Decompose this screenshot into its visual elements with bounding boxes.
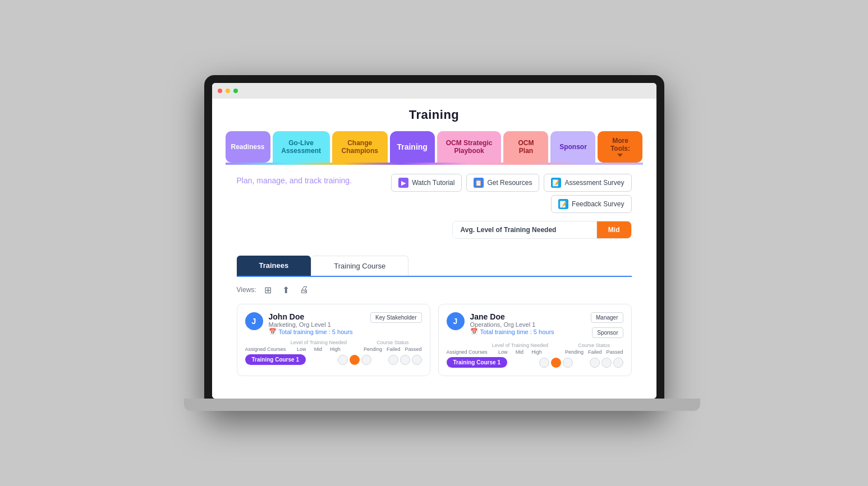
nav-tabs-row: Readiness Go-Live Assessment Change Cham… (226, 131, 643, 163)
main-section: Plan, manage, and track training. ▶ Watc… (226, 165, 643, 385)
bottom-action-row: 📝 Feedback Survey (551, 195, 631, 213)
level-mid-jane: Mid (516, 349, 524, 355)
tab-training[interactable]: Training (390, 131, 435, 163)
print-icon[interactable]: 🖨 (298, 284, 310, 296)
subtitle-row: Plan, manage, and track training. ▶ Watc… (237, 174, 632, 213)
user-dept-john: Marketing, Org Level 1 (269, 321, 353, 328)
trainee-card-john-doe: J John Doe Marketing, Org Level 1 📅 Tota… (237, 304, 430, 376)
watch-tutorial-button[interactable]: ▶ Watch Tutorial (391, 174, 462, 192)
user-time-jane: 📅 Total training time : 5 hours (470, 328, 554, 335)
dot-mid-john (350, 355, 360, 365)
action-buttons: ▶ Watch Tutorial 📋 Get Resources 📝 Asses (391, 174, 631, 213)
avatar-jane: J (447, 312, 465, 330)
tab-training-course[interactable]: Training Course (311, 256, 408, 276)
level-mid-john: Mid (314, 346, 323, 352)
badge-sponsor: Sponsor (592, 327, 623, 338)
assigned-courses-label-jane: Assigned Courses (447, 349, 488, 355)
status-pending-john: Pending (364, 346, 382, 352)
badge-manager: Manager (591, 312, 623, 323)
level-high-jane: High (531, 349, 542, 355)
dot-high-jane (563, 358, 573, 368)
cards-row: J John Doe Marketing, Org Level 1 📅 Tota… (237, 304, 632, 376)
status-passed-john: Passed (405, 346, 421, 352)
dot-passed-john (412, 355, 422, 365)
page-content: Training Readiness Go-Live Assessment Ch… (212, 99, 656, 399)
tab-change[interactable]: Change Champions (332, 131, 388, 163)
tab-ocm-plan[interactable]: OCM Plan (503, 131, 548, 163)
card-user-row-john: J John Doe Marketing, Org Level 1 📅 Tota… (245, 312, 353, 335)
dot-high-john (361, 355, 371, 365)
dot-pending-john (388, 355, 398, 365)
level-label-jane: Level of Training Needed (492, 342, 548, 348)
user-time-john: 📅 Total training time : 5 hours (269, 328, 353, 335)
calendar-icon-john: 📅 (269, 328, 277, 335)
user-name-jane: Jane Doe (470, 312, 554, 321)
top-action-row: ▶ Watch Tutorial 📋 Get Resources 📝 Asses (391, 174, 631, 192)
status-failed-john: Failed (387, 346, 401, 352)
tab-golive[interactable]: Go-Live Assessment (273, 131, 330, 163)
chevron-down-icon (617, 154, 623, 157)
avg-level-value: Mid (597, 221, 631, 238)
get-resources-button[interactable]: 📋 Get Resources (466, 174, 539, 192)
dot-failed-john (400, 355, 410, 365)
trainee-card-jane-doe: J Jane Doe Operations, Org Level 1 📅 Tot… (438, 304, 632, 376)
user-name-john: John Doe (269, 312, 353, 321)
assessment-survey-button[interactable]: 📝 Assessment Survey (544, 174, 631, 192)
course-status-label-jane: Course Status (578, 342, 610, 348)
tab-sponsor[interactable]: Sponsor (550, 131, 595, 163)
feedback-survey-icon: 📝 (558, 199, 568, 209)
browser-dot-green (233, 89, 238, 93)
upload-icon[interactable]: ⬆ (280, 284, 292, 296)
dot-mid-jane (551, 358, 561, 368)
tab-more-tools[interactable]: More Tools: (598, 131, 642, 163)
tab-trainees[interactable]: Trainees (237, 256, 311, 276)
avatar-john: J (245, 312, 263, 330)
status-passed-jane: Passed (606, 349, 623, 355)
level-label-john: Level of Training Needed (291, 340, 347, 345)
course-status-label-john: Course Status (376, 340, 408, 345)
tab-readiness[interactable]: Readiness (226, 131, 270, 163)
calendar-icon-jane: 📅 (470, 328, 478, 335)
subtitle-text: Plan, manage, and track training. (237, 174, 352, 185)
assigned-courses-label-john: Assigned Courses (245, 346, 286, 352)
content-tabs: Trainees Training Course (237, 256, 632, 277)
laptop-base (184, 399, 700, 411)
dot-pending-jane (590, 358, 600, 368)
course-row-john: Training Course 1 (245, 354, 422, 365)
badge-key-stakeholder: Key Stakeholder (370, 312, 421, 323)
browser-bar (212, 83, 656, 99)
feedback-survey-button[interactable]: 📝 Feedback Survey (551, 195, 631, 213)
dot-low-john (338, 355, 348, 365)
browser-dot-red (218, 89, 222, 93)
level-low-john: Low (297, 346, 306, 352)
card-badges-jane: Manager Sponsor (591, 312, 623, 338)
status-dots-jane (590, 358, 623, 368)
user-dept-jane: Operations, Org Level 1 (470, 321, 554, 328)
views-row: Views: ⊞ ⬆ 🖨 (237, 284, 632, 296)
watch-tutorial-icon: ▶ (398, 178, 408, 188)
dot-passed-jane (613, 358, 623, 368)
assessment-survey-icon: 📝 (551, 178, 561, 188)
card-badges-john: Key Stakeholder (370, 312, 421, 323)
tab-ocm-strategic[interactable]: OCM Strategic Playbook (437, 131, 502, 163)
dot-low-jane (539, 358, 549, 368)
status-pending-jane: Pending (565, 349, 584, 355)
page-title: Training (226, 108, 643, 122)
avg-level-label: Avg. Level of Training Needed (453, 221, 597, 238)
course-row-jane: Training Course 1 (447, 357, 623, 368)
course-pill-john: Training Course 1 (245, 354, 306, 365)
app-container: Training Readiness Go-Live Assessment Ch… (212, 99, 656, 399)
level-low-jane: Low (498, 349, 508, 355)
level-dots-jane (539, 358, 573, 368)
level-dots-john (338, 355, 371, 365)
course-pill-jane: Training Course 1 (447, 357, 507, 368)
grid-view-icon[interactable]: ⊞ (262, 284, 274, 296)
card-header-jane: J Jane Doe Operations, Org Level 1 📅 Tot… (447, 312, 623, 338)
dot-failed-jane (601, 358, 612, 368)
card-header-john: J John Doe Marketing, Org Level 1 📅 Tota… (245, 312, 422, 335)
status-dots-john (388, 355, 422, 365)
user-info-john: John Doe Marketing, Org Level 1 📅 Total … (269, 312, 353, 335)
get-resources-icon: 📋 (474, 178, 484, 188)
browser-dot-yellow (226, 89, 230, 93)
status-failed-jane: Failed (588, 349, 602, 355)
